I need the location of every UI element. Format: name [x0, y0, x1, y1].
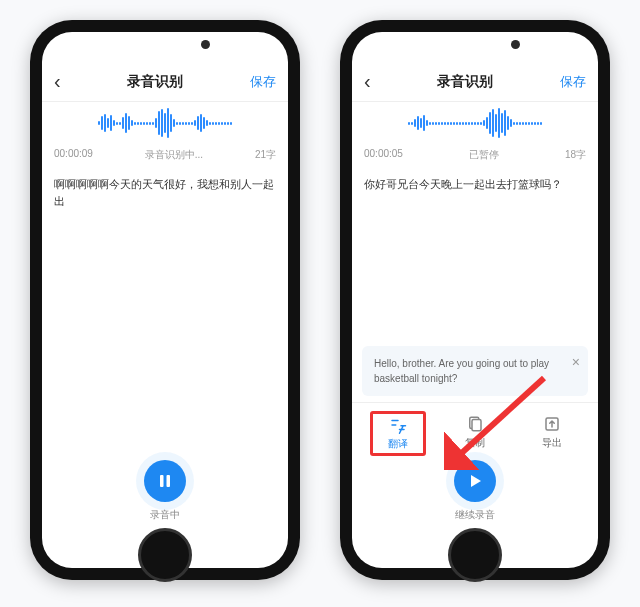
meta-row: 00:00:05 已暂停 18字 [352, 144, 598, 168]
page-title: 录音识别 [437, 73, 493, 91]
record-label: 录音中 [150, 508, 180, 522]
record-label: 继续录音 [455, 508, 495, 522]
translation-panel: × Hello, brother. Are you going out to p… [362, 346, 588, 396]
copy-button[interactable]: 复制 [447, 411, 503, 456]
save-button[interactable]: 保存 [250, 73, 276, 91]
rec-status: 录音识别中... [145, 148, 203, 162]
translation-text: Hello, brother. Are you going out to pla… [374, 358, 549, 384]
phone-right: ‹ 录音识别 保存 00:00:05 已暂停 1 [340, 20, 610, 580]
svg-rect-3 [472, 420, 481, 431]
action-label: 翻译 [388, 437, 408, 451]
export-button[interactable]: 导出 [524, 411, 580, 456]
export-icon [543, 415, 561, 433]
rec-status: 已暂停 [469, 148, 499, 162]
page-title: 录音识别 [127, 73, 183, 91]
action-row: 翻译 复制 导出 [352, 402, 598, 460]
char-count: 18字 [565, 148, 586, 162]
header: ‹ 录音识别 保存 [42, 64, 288, 102]
svg-rect-1 [167, 475, 171, 487]
play-icon [467, 473, 483, 489]
elapsed-time: 00:00:05 [364, 148, 403, 162]
translate-button[interactable]: 翻译 [370, 411, 426, 456]
waveform [352, 102, 598, 144]
translate-icon [389, 416, 407, 434]
transcript-text: 你好哥兄台今天晚上一起出去打篮球吗？ [352, 168, 598, 201]
waveform [42, 102, 288, 144]
record-pause-button[interactable] [144, 460, 186, 502]
screen-left: ‹ 录音识别 保存 00:00:09 录音识别中... [42, 32, 288, 568]
back-icon[interactable]: ‹ [54, 70, 61, 93]
action-label: 复制 [465, 436, 485, 450]
elapsed-time: 00:00:09 [54, 148, 93, 162]
home-button[interactable] [138, 528, 192, 582]
action-label: 导出 [542, 436, 562, 450]
back-icon[interactable]: ‹ [364, 70, 371, 93]
header: ‹ 录音识别 保存 [352, 64, 598, 102]
close-icon[interactable]: × [572, 352, 580, 373]
screen-right: ‹ 录音识别 保存 00:00:05 已暂停 1 [352, 32, 598, 568]
meta-row: 00:00:09 录音识别中... 21字 [42, 144, 288, 168]
copy-icon [466, 415, 484, 433]
char-count: 21字 [255, 148, 276, 162]
transcript-text: 啊啊啊啊啊今天的天气很好，我想和别人一起出 [42, 168, 288, 217]
save-button[interactable]: 保存 [560, 73, 586, 91]
record-play-button[interactable] [454, 460, 496, 502]
phone-left: ‹ 录音识别 保存 00:00:09 录音识别中... [30, 20, 300, 580]
svg-rect-0 [160, 475, 164, 487]
pause-icon [157, 473, 173, 489]
home-button[interactable] [448, 528, 502, 582]
